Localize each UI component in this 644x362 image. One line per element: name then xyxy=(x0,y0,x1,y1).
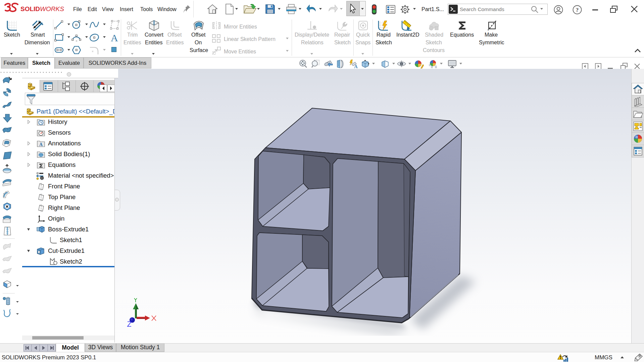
svg-text:A: A xyxy=(354,64,358,69)
svg-text:A: A xyxy=(39,142,43,147)
svg-text:?: ? xyxy=(576,7,579,13)
svg-text:SOLIDWORKS: SOLIDWORKS xyxy=(20,5,64,12)
